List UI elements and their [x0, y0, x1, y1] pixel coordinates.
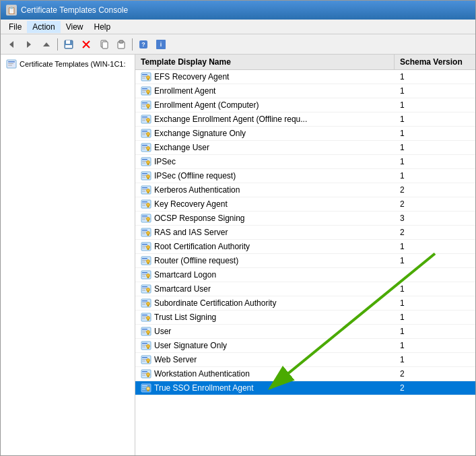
svg-rect-163	[142, 361, 145, 362]
svg-rect-119	[142, 272, 147, 273]
table-row[interactable]: Trust List Signing1	[135, 311, 475, 325]
table-row[interactable]: Exchange Enrollment Agent (Offline requ.…	[135, 112, 475, 127]
row-name-text: User	[154, 327, 171, 336]
svg-rect-121	[142, 276, 145, 277]
svg-rect-30	[142, 92, 145, 93]
header-version[interactable]: Schema Version	[395, 55, 475, 69]
table-row[interactable]: Smartcard Logon	[135, 268, 475, 282]
table-row[interactable]: Router (Offline request)1	[135, 254, 475, 268]
svg-rect-70	[142, 173, 147, 174]
svg-rect-180	[147, 391, 149, 391]
cert-icon	[141, 298, 151, 308]
table-row[interactable]: IPSec (Offline request)1	[135, 169, 475, 183]
svg-rect-128	[142, 290, 145, 291]
table-row[interactable]: User1	[135, 325, 475, 339]
row-name-cell: Router (Offline request)	[135, 254, 395, 267]
svg-rect-124	[147, 278, 149, 278]
svg-rect-35	[142, 102, 147, 104]
svg-rect-29	[142, 90, 147, 91]
forward-button[interactable]	[21, 37, 37, 52]
row-name-cell: OCSP Response Signing	[135, 211, 395, 225]
table-row[interactable]: EFS Recovery Agent1	[135, 70, 475, 84]
menu-bar: File Action View Help	[1, 20, 475, 34]
svg-rect-58	[142, 149, 145, 150]
help-button[interactable]: ?	[135, 37, 151, 52]
table-row[interactable]: Exchange Signature Only1	[135, 127, 475, 141]
svg-rect-145	[147, 320, 149, 321]
table-row[interactable]: Kerberos Authentication2	[135, 183, 475, 197]
row-name-text: Exchange Enrollment Agent (Offline requ.…	[154, 115, 307, 124]
table-row[interactable]: OCSP Response Signing3	[135, 211, 475, 226]
cert-icon	[141, 227, 151, 238]
svg-rect-162	[142, 359, 147, 360]
table-row[interactable]: Key Recovery Agent2	[135, 197, 475, 211]
svg-rect-114	[142, 262, 145, 263]
paste-button[interactable]	[113, 37, 129, 52]
table-row[interactable]: Workstation Authentication2	[135, 367, 475, 381]
cert-icon	[141, 142, 151, 153]
back-button[interactable]	[3, 37, 20, 52]
svg-rect-43	[142, 119, 147, 119]
row-name-text: Key Recovery Agent	[154, 199, 228, 209]
menu-file[interactable]: File	[3, 21, 27, 33]
svg-rect-79	[142, 191, 145, 192]
svg-rect-140	[142, 315, 147, 316]
up-button[interactable]	[38, 37, 55, 52]
svg-rect-147	[142, 329, 147, 330]
svg-rect-89	[147, 207, 149, 207]
table-row[interactable]: RAS and IAS Server2	[135, 226, 475, 240]
row-version-cell: 1	[395, 71, 475, 83]
row-name-text: Enrollment Agent (Computer)	[154, 100, 259, 110]
row-version-cell: 1	[395, 255, 475, 267]
properties-button[interactable]: i	[153, 37, 169, 52]
row-name-cell: Workstation Authentication	[135, 367, 395, 381]
copy-button[interactable]	[96, 37, 112, 52]
table-row[interactable]: Subordinate Certification Authority1	[135, 296, 475, 311]
cert-icon	[141, 170, 151, 181]
svg-rect-44	[142, 121, 145, 121]
save-button[interactable]	[61, 37, 77, 52]
row-name-cell: Smartcard Logon	[135, 268, 395, 282]
table-row[interactable]: Exchange User1	[135, 141, 475, 155]
menu-view[interactable]: View	[61, 21, 89, 33]
row-name-text: Smartcard User	[154, 284, 211, 294]
table-row[interactable]: Web Server1	[135, 353, 475, 367]
row-name-cell: Exchange User	[135, 141, 395, 154]
svg-rect-127	[142, 288, 147, 289]
header-name[interactable]: Template Display Name	[135, 55, 395, 69]
sidebar-item-cert-templates[interactable]: Certificate Templates (WIN-1C1:	[3, 57, 132, 71]
row-name-text: Router (Offline request)	[154, 256, 238, 265]
row-name-text: Subordinate Certification Authority	[154, 298, 276, 308]
svg-rect-138	[147, 306, 149, 306]
table-row[interactable]: Enrollment Agent1	[135, 84, 475, 98]
svg-rect-85	[142, 203, 147, 204]
content-area[interactable]: Template Display Name Schema Version EFS…	[135, 55, 475, 455]
main-window: 📋 Certificate Templates Console File Act…	[0, 0, 476, 456]
row-version-cell: 2	[395, 368, 475, 380]
svg-rect-92	[142, 218, 147, 218]
toolbar-separator-2	[132, 38, 133, 51]
svg-rect-47	[147, 122, 149, 123]
table-row[interactable]: IPSec1	[135, 155, 475, 169]
cert-icon	[141, 213, 151, 224]
menu-action[interactable]: Action	[27, 21, 60, 33]
menu-help[interactable]: Help	[89, 21, 116, 33]
svg-rect-170	[142, 375, 145, 376]
table-row[interactable]: User Signature Only1	[135, 339, 475, 353]
row-name-cell: Key Recovery Agent	[135, 197, 395, 211]
table-row[interactable]: Root Certification Authority1	[135, 240, 475, 254]
row-version-cell: 1	[395, 127, 475, 139]
table-row[interactable]: Enrollment Agent (Computer)1	[135, 98, 475, 112]
svg-rect-75	[147, 178, 149, 179]
row-version-cell: 1	[395, 170, 475, 182]
table-row[interactable]: True SSO Enrollment Agent2	[135, 381, 475, 395]
table-row[interactable]: Smartcard User1	[135, 282, 475, 296]
delete-button[interactable]	[78, 37, 94, 52]
cert-icon	[141, 100, 151, 110]
svg-rect-149	[142, 333, 145, 333]
svg-rect-169	[142, 373, 147, 374]
row-name-cell: User Signature Only	[135, 339, 395, 352]
cert-templates-icon	[6, 59, 17, 69]
row-version-cell: 2	[395, 382, 475, 394]
svg-rect-175	[142, 385, 147, 387]
